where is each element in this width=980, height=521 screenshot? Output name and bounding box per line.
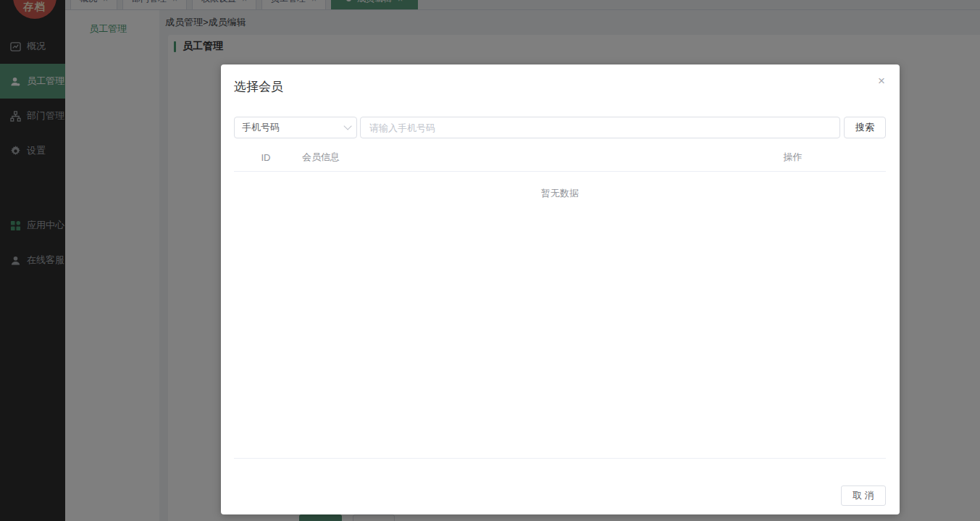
select-member-dialog: 选择会员 × 手机号码 搜索 ID 会员信息 操作 暂无数据 取 消 bbox=[221, 64, 900, 514]
close-icon[interactable]: × bbox=[878, 75, 885, 87]
filter-type-value: 手机号码 bbox=[242, 121, 280, 134]
phone-search-input[interactable] bbox=[360, 117, 840, 138]
table-header-row: ID 会员信息 操作 bbox=[234, 143, 886, 172]
dialog-body: 手机号码 搜索 ID 会员信息 操作 暂无数据 取 消 bbox=[234, 117, 886, 506]
dialog-title: 选择会员 bbox=[234, 78, 283, 95]
table-empty-state: 暂无数据 bbox=[234, 172, 886, 459]
dialog-footer: 取 消 bbox=[234, 459, 886, 506]
chevron-down-icon bbox=[343, 122, 351, 130]
search-row: 手机号码 搜索 bbox=[234, 117, 886, 138]
cancel-button[interactable]: 取 消 bbox=[841, 485, 886, 506]
filter-type-select[interactable]: 手机号码 bbox=[234, 117, 357, 138]
app-root: 概况 × 部门管理 × 权限设置 × 员工管理 × 成员编辑 × 存档 bbox=[0, 0, 980, 521]
search-button[interactable]: 搜索 bbox=[844, 117, 886, 138]
column-header-actions: 操作 bbox=[700, 151, 886, 164]
column-header-id: ID bbox=[234, 152, 298, 163]
column-header-member-info: 会员信息 bbox=[298, 151, 700, 164]
